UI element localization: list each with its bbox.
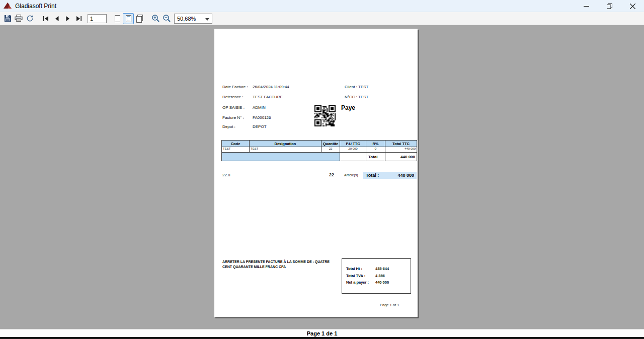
previous-page-button[interactable] [51,13,62,24]
zoom-out-icon [163,14,171,23]
chevron-down-icon [205,18,209,21]
window-controls [575,0,644,12]
layout-single-page-button[interactable] [112,13,123,24]
close-button[interactable] [621,0,644,12]
table-header-cell: Designation [250,141,321,147]
page-width-icon [125,15,132,23]
status-bar: Page 1 de 1 [0,329,644,337]
footer-total-label: Total [366,153,385,161]
first-page-button[interactable] [40,13,51,24]
footer-empty-cell [340,153,366,161]
summary-qty: 22 [329,172,334,177]
qr-code-image [314,105,336,126]
app-logo-icon [4,3,12,9]
summary-total-label: Total : [366,173,379,178]
restore-icon [607,4,612,9]
minimize-icon [584,4,589,9]
field-label: OP SAISIE : [222,105,245,110]
table-cell: 22 [321,147,340,153]
table-header-cell: R% [366,141,385,147]
footer-filler-cell [222,153,340,161]
zoom-in-icon [151,14,160,23]
zoom-in-button[interactable] [150,13,161,24]
field-value: ADMIN [253,105,266,110]
total-ht-label: Total Ht : [346,266,362,271]
table-footer-row: Total 440 000 [222,153,417,161]
previous-page-icon [54,16,59,21]
table-cell: TEST [222,147,250,153]
status-page-text: Page 1 de 1 [307,330,338,336]
field-value: TEST [358,95,368,99]
zoom-out-button[interactable] [161,13,172,24]
save-icon [4,15,12,22]
toolbar: 50,68% [0,12,644,25]
field-value: FA000126 [253,115,271,120]
window-title: Gladiasoft Print [15,3,56,10]
summary-articles-label: Article(s) [344,173,358,177]
summary-left-qty: 22.0 [222,173,230,177]
field-value: DEPOT [253,124,267,129]
table-row: TEST TEST 22 20 000 0 440 000 [222,147,417,153]
print-button[interactable] [13,13,24,24]
table-cell: 20 000 [340,147,366,153]
field-label: Reference : [222,95,243,99]
field-label: Date Facture : [222,85,248,89]
layout-continuous-button[interactable] [134,13,145,24]
toolbar-separator [107,13,112,24]
amount-in-words-line1: ARRETER LA PRESENTE FACTURE À LA SOMME D… [222,259,333,264]
total-tva-label: Total TVA : [346,274,365,278]
preview-area[interactable]: Date Facture : 26/04/2024 11:09:44 Refer… [0,25,644,329]
field-value: TEST [358,85,368,89]
app-window: Gladiasoft Print [0,0,644,339]
table-cell: TEST [250,147,321,153]
field-label: Client : [345,85,357,89]
table-cell: 440 000 [385,147,417,153]
next-page-button[interactable] [62,13,73,24]
invoice-page: Date Facture : 26/04/2024 11:09:44 Refer… [214,29,418,317]
toolbar-separator [145,13,150,24]
page-number-input[interactable] [88,14,107,23]
print-icon [15,15,23,22]
last-page-icon [76,16,82,21]
summary-total-value: 440 000 [397,173,414,178]
net-a-payer-value: 440 000 [375,280,389,285]
field-label: Facture N° : [222,115,244,120]
minimize-button[interactable] [575,0,598,12]
maximize-button[interactable] [598,0,621,12]
page-footer-text: Page 1 of 1 [380,303,399,307]
zoom-value: 50,68% [177,16,196,22]
window-bottom-edge [0,337,644,339]
table-header-cell: Quantite [321,141,340,147]
close-icon [630,4,635,9]
field-value: TEST FACTURE [253,95,283,99]
field-label: Depot : [222,124,235,129]
invoice-items-table: Code Designation Quantite P.U TTC R% Tot… [221,140,417,161]
paid-status: Paye [341,104,355,111]
zoom-select[interactable]: 50,68% [174,14,212,24]
table-header-cell: Code [222,141,250,147]
net-a-payer-label: Net a payer : [346,280,369,285]
field-value: 26/04/2024 11:09:44 [253,85,289,89]
refresh-icon [26,15,34,22]
toolbar-separator [35,13,40,24]
footer-total-value: 440 000 [385,153,417,161]
titlebar: Gladiasoft Print [0,0,644,12]
first-page-icon [43,16,49,21]
total-tva-value: 4 356 [375,274,385,278]
amount-in-words: ARRETER LA PRESENTE FACTURE À LA SOMME D… [222,259,333,269]
table-header-cell: P.U TTC [340,141,366,147]
layout-page-width-button[interactable] [123,13,134,24]
table-cell: 0 [366,147,385,153]
next-page-icon [65,16,70,21]
table-header-row: Code Designation Quantite P.U TTC R% Tot… [222,141,417,147]
last-page-button[interactable] [73,13,85,24]
single-page-icon [114,15,121,23]
summary-total-box: Total : 440 000 [363,172,417,179]
amount-in-words-line2: CENT QUARANTE MILLE FRANC CFA [222,264,333,269]
field-label: N°CC : [345,95,357,99]
save-button[interactable] [2,13,13,24]
table-header-cell: Total TTC [385,141,417,147]
totals-box: Total Ht : 435 644 Total TVA : 4 356 Net… [342,258,411,294]
refresh-button[interactable] [24,13,35,24]
continuous-pages-icon [136,15,143,23]
